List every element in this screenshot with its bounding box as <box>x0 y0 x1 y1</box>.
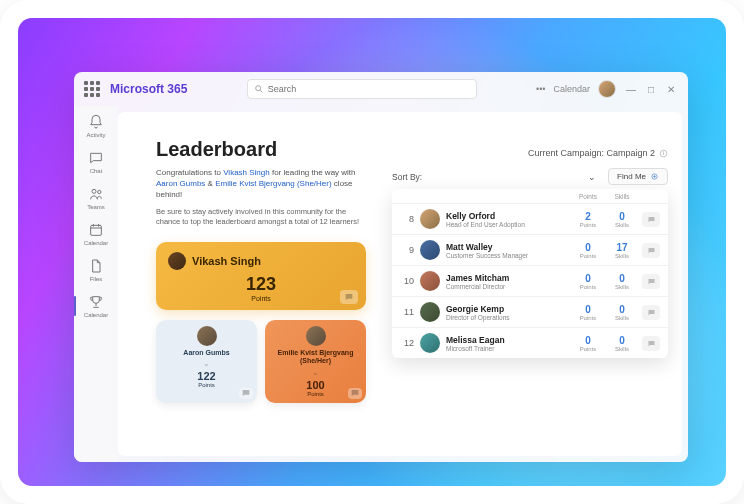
avatar <box>420 302 440 322</box>
svg-point-11 <box>663 151 664 152</box>
col-points: Points <box>574 193 602 200</box>
row-points: 0 <box>574 273 602 284</box>
chat-button[interactable] <box>239 388 253 399</box>
row-points: 2 <box>574 211 602 222</box>
search-box[interactable] <box>247 79 477 99</box>
avatar <box>420 240 440 260</box>
row-points: 0 <box>574 335 602 346</box>
avatar <box>168 252 186 270</box>
leader-card-2[interactable]: Aaron Gumbs ⌄ 122 Points <box>156 320 257 403</box>
leader-card-3[interactable]: Emilie Kvist Bjergvang (She/Her) ⌄ 100 P… <box>265 320 366 403</box>
leader-link-1[interactable]: Vikash Singh <box>223 168 270 177</box>
chevron-down-icon: ⌄ <box>271 368 360 377</box>
content-area: Leaderboard Congratulations to Vikash Si… <box>118 112 682 456</box>
svg-line-1 <box>260 90 262 92</box>
leader-name: Aaron Gumbs <box>162 349 251 357</box>
search-input[interactable] <box>268 84 470 94</box>
row-role: Head of End User Adoption <box>446 221 568 228</box>
chat-button[interactable] <box>642 274 660 289</box>
more-button[interactable]: ••• <box>536 84 545 94</box>
sort-dropdown[interactable]: ⌄ <box>584 170 600 184</box>
header-calendar-link[interactable]: Calendar <box>553 84 590 94</box>
avatar <box>306 326 326 346</box>
sidebar-item-calendar[interactable]: Calendar <box>81 222 111 246</box>
sidebar-item-leaderboard[interactable]: Calendar <box>81 294 111 318</box>
chat-button[interactable] <box>642 305 660 320</box>
rank: 9 <box>400 245 414 255</box>
row-name: Georgie Kemp <box>446 304 568 314</box>
svg-point-3 <box>98 190 101 193</box>
svg-rect-4 <box>91 225 102 235</box>
chat-button[interactable] <box>340 290 358 304</box>
leader-name: Emilie Kvist Bjergvang (She/Her) <box>271 349 360 366</box>
svg-point-0 <box>255 86 260 91</box>
sidebar-item-label: Files <box>90 276 103 282</box>
target-icon <box>650 172 659 181</box>
leader-points: 123 <box>168 274 354 295</box>
row-name: Melissa Eagan <box>446 335 568 345</box>
sidebar-item-chat[interactable]: Chat <box>81 150 111 174</box>
sidebar-item-label: Activity <box>86 132 105 138</box>
table-row[interactable]: 10James MitchamCommercial Director0Point… <box>392 266 668 297</box>
sidebar: Activity Chat Teams Calendar <box>74 106 118 462</box>
chat-button[interactable] <box>348 388 362 399</box>
row-skills: 0 <box>608 211 636 222</box>
files-icon <box>88 258 104 274</box>
row-skills: 0 <box>608 273 636 284</box>
chat-button[interactable] <box>642 336 660 351</box>
row-skills: 0 <box>608 304 636 315</box>
row-name: James Mitcham <box>446 273 568 283</box>
chat-button[interactable] <box>642 243 660 258</box>
info-icon[interactable] <box>659 149 668 158</box>
table-row[interactable]: 12Melissa EaganMicrosoft Trainer0Points0… <box>392 328 668 358</box>
leaderboard-table: Points Skills 8Kelly OrfordHead of End U… <box>392 189 668 358</box>
sidebar-item-label: Chat <box>90 168 103 174</box>
leader-points: 100 <box>271 379 360 391</box>
find-me-button[interactable]: Find Me <box>608 168 668 185</box>
brand-label: Microsoft 365 <box>110 82 187 96</box>
rank: 12 <box>400 338 414 348</box>
sidebar-item-activity[interactable]: Activity <box>81 114 111 138</box>
chat-button[interactable] <box>642 212 660 227</box>
user-avatar[interactable] <box>598 80 616 98</box>
note-text: Be sure to stay actively involved in thi… <box>156 207 366 228</box>
campaign-label: Current Campaign: Campaign 2 <box>392 148 668 158</box>
sidebar-item-label: Teams <box>87 204 105 210</box>
svg-point-13 <box>654 176 656 178</box>
trophy-icon <box>88 294 104 310</box>
leader-link-2[interactable]: Aaron Gumbs <box>156 179 205 188</box>
chat-icon <box>88 150 104 166</box>
points-label: Points <box>168 295 354 302</box>
avatar <box>420 333 440 353</box>
window-close-button[interactable]: ✕ <box>664 82 678 96</box>
row-name: Matt Walley <box>446 242 568 252</box>
sidebar-item-label: Calendar <box>84 240 108 246</box>
sidebar-item-files[interactable]: Files <box>81 258 111 282</box>
teams-icon <box>88 186 104 202</box>
title-bar: Microsoft 365 ••• Calendar — □ ✕ <box>74 72 688 106</box>
row-skills: 17 <box>608 242 636 253</box>
sidebar-item-teams[interactable]: Teams <box>81 186 111 210</box>
rank: 11 <box>400 307 414 317</box>
window-minimize-button[interactable]: — <box>624 82 638 96</box>
row-role: Commercial Director <box>446 283 568 290</box>
window-maximize-button[interactable]: □ <box>644 82 658 96</box>
leader-name: Vikash Singh <box>192 255 261 267</box>
leader-points: 122 <box>162 370 251 382</box>
congrats-text: Congratulations to Vikash Singh for lead… <box>156 167 356 201</box>
app-launcher-icon[interactable] <box>84 81 100 97</box>
leader-card-1[interactable]: Vikash Singh 123 Points <box>156 242 366 310</box>
table-row[interactable]: 8Kelly OrfordHead of End User Adoption2P… <box>392 204 668 235</box>
row-skills: 0 <box>608 335 636 346</box>
sort-label: Sort By: <box>392 172 422 182</box>
points-label: Points <box>271 391 360 397</box>
table-row[interactable]: 11Georgie KempDirector of Operations0Poi… <box>392 297 668 328</box>
row-points: 0 <box>574 242 602 253</box>
chevron-down-icon: ⌄ <box>162 359 251 368</box>
avatar <box>420 271 440 291</box>
points-label: Points <box>162 382 251 388</box>
avatar <box>197 326 217 346</box>
table-row[interactable]: 9Matt WalleyCustomer Success Manager0Poi… <box>392 235 668 266</box>
row-points: 0 <box>574 304 602 315</box>
leader-link-3[interactable]: Emilie Kvist Bjergvang (She/Her) <box>215 179 331 188</box>
